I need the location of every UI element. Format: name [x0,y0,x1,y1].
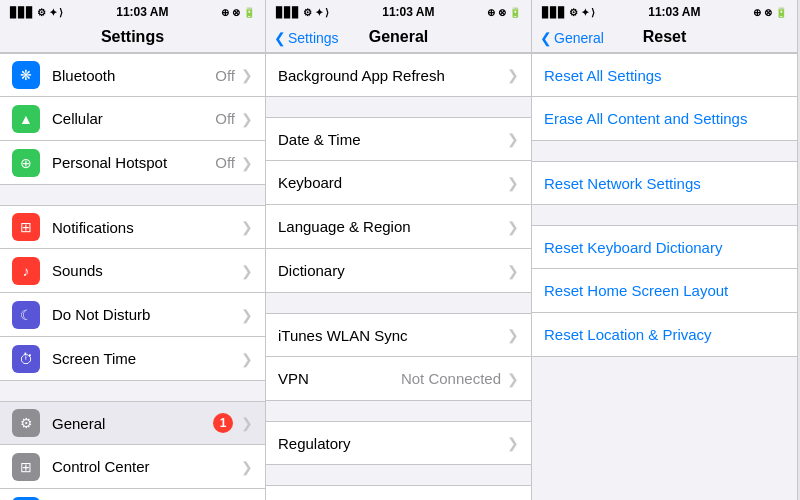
list-item[interactable]: iTunes WLAN Sync❯ [266,313,531,357]
cell-label: Reset Home Screen Layout [544,282,785,299]
sounds-icon: ♪ [12,257,40,285]
cell-value: Off [215,110,235,127]
signal-strength: ▊▊▊ ⚙ ✦ ⟩ [542,7,595,18]
signal-strength: ▊▊▊ ⚙ ✦ ⟩ [10,7,63,18]
section: Reset Keyboard DictionaryReset Home Scre… [532,225,797,357]
list-item[interactable]: VPNNot Connected❯ [266,357,531,401]
back-button[interactable]: ❮Settings [274,30,339,46]
cell-value: Off [215,67,235,84]
cell-value: Off [215,154,235,171]
list-item[interactable]: Regulatory❯ [266,421,531,465]
nav-bar: ❮GeneralReset [532,24,797,53]
cell-label: Do Not Disturb [52,306,241,323]
signal-strength: ▊▊▊ ⚙ ✦ ⟩ [276,7,329,18]
panel-reset: ▊▊▊ ⚙ ✦ ⟩ 11:03 AM ⊕ ⊗ 🔋 ❮GeneralResetRe… [532,0,798,500]
back-button[interactable]: ❮General [540,30,604,46]
screentime-icon: ⏱ [12,345,40,373]
list-item[interactable]: Reset All Settings [532,53,797,97]
list-item[interactable]: ⊞Notifications❯ [0,205,265,249]
cell-label: iTunes WLAN Sync [278,327,507,344]
list-item[interactable]: AADisplay & Brightness❯ [0,489,265,500]
list-content: Background App Refresh❯Date & Time❯Keybo… [266,53,531,500]
chevron-right-icon: ❯ [241,219,253,235]
section: ⊞Notifications❯♪Sounds❯☾Do Not Disturb❯⏱… [0,205,265,381]
list-item[interactable]: Reset Home Screen Layout [532,269,797,313]
controlcenter-icon: ⊞ [12,453,40,481]
list-item[interactable]: Reset Keyboard Dictionary [532,225,797,269]
cell-label: Reset Network Settings [544,175,785,192]
nav-bar: ❮SettingsGeneral [266,24,531,53]
list-item[interactable]: Reset Network Settings [532,161,797,205]
cellular-icon: ▲ [12,105,40,133]
list-item[interactable]: ⊕Personal HotspotOff❯ [0,141,265,185]
cell-label: Bluetooth [52,67,215,84]
section-divider [0,381,265,401]
status-icons: ⊕ ⊗ 🔋 [221,7,255,18]
list-item[interactable]: Language & Region❯ [266,205,531,249]
cell-label: Language & Region [278,218,507,235]
list-item[interactable]: ☾Do Not Disturb❯ [0,293,265,337]
chevron-right-icon: ❯ [241,111,253,127]
section: Reset Network Settings [532,161,797,205]
list-item[interactable]: Background App Refresh❯ [266,53,531,97]
chevron-right-icon: ❯ [507,371,519,387]
chevron-right-icon: ❯ [241,155,253,171]
chevron-right-icon: ❯ [241,415,253,431]
section: Date & Time❯Keyboard❯Language & Region❯D… [266,117,531,293]
cell-label: Keyboard [278,174,507,191]
list-item[interactable]: Reset❯ [266,485,531,500]
cell-label: Personal Hotspot [52,154,215,171]
status-icons: ⊕ ⊗ 🔋 [487,7,521,18]
list-content: ❋BluetoothOff❯▲CellularOff❯⊕Personal Hot… [0,53,265,500]
list-item[interactable]: Reset Location & Privacy [532,313,797,357]
section-divider [532,205,797,225]
section-divider [0,185,265,205]
list-item[interactable]: ⏱Screen Time❯ [0,337,265,381]
panel-settings: ▊▊▊ ⚙ ✦ ⟩ 11:03 AM ⊕ ⊗ 🔋 Settings❋Blueto… [0,0,266,500]
notifications-icon: ⊞ [12,213,40,241]
cell-label: VPN [278,370,401,387]
cell-label: Notifications [52,219,241,236]
status-bar: ▊▊▊ ⚙ ✦ ⟩ 11:03 AM ⊕ ⊗ 🔋 [0,0,265,24]
chevron-right-icon: ❯ [241,351,253,367]
nav-bar: Settings [0,24,265,53]
cell-label: Dictionary [278,262,507,279]
badge: 1 [213,413,233,433]
donotdisturb-icon: ☾ [12,301,40,329]
back-label: General [554,30,604,46]
section-divider [266,97,531,117]
status-bar: ▊▊▊ ⚙ ✦ ⟩ 11:03 AM ⊕ ⊗ 🔋 [532,0,797,24]
cell-label: Regulatory [278,435,507,452]
cell-label: Erase All Content and Settings [544,110,785,127]
status-time: 11:03 AM [116,5,168,19]
panel-general: ▊▊▊ ⚙ ✦ ⟩ 11:03 AM ⊕ ⊗ 🔋 ❮SettingsGenera… [266,0,532,500]
list-item[interactable]: Keyboard❯ [266,161,531,205]
cell-label: Reset Keyboard Dictionary [544,239,785,256]
display-icon: AA [12,497,40,501]
list-item[interactable]: Dictionary❯ [266,249,531,293]
section: Reset❯Shut Down [266,485,531,500]
chevron-right-icon: ❯ [507,327,519,343]
general-icon: ⚙ [12,409,40,437]
back-label: Settings [288,30,339,46]
cell-label: Reset All Settings [544,67,785,84]
section: ⚙General1❯⊞Control Center❯AADisplay & Br… [0,401,265,500]
status-bar: ▊▊▊ ⚙ ✦ ⟩ 11:03 AM ⊕ ⊗ 🔋 [266,0,531,24]
list-item[interactable]: ⚙General1❯ [0,401,265,445]
cell-label: Screen Time [52,350,241,367]
list-item[interactable]: Date & Time❯ [266,117,531,161]
cell-label: Reset Location & Privacy [544,326,785,343]
section: Background App Refresh❯ [266,53,531,97]
chevron-left-icon: ❮ [540,30,552,46]
list-item[interactable]: ▲CellularOff❯ [0,97,265,141]
bluetooth-icon: ❋ [12,61,40,89]
list-item[interactable]: ⊞Control Center❯ [0,445,265,489]
status-icons: ⊕ ⊗ 🔋 [753,7,787,18]
chevron-right-icon: ❯ [507,131,519,147]
status-time: 11:03 AM [648,5,700,19]
cell-label: General [52,415,213,432]
list-item[interactable]: ❋BluetoothOff❯ [0,53,265,97]
list-item[interactable]: Erase All Content and Settings [532,97,797,141]
list-item[interactable]: ♪Sounds❯ [0,249,265,293]
chevron-right-icon: ❯ [241,459,253,475]
